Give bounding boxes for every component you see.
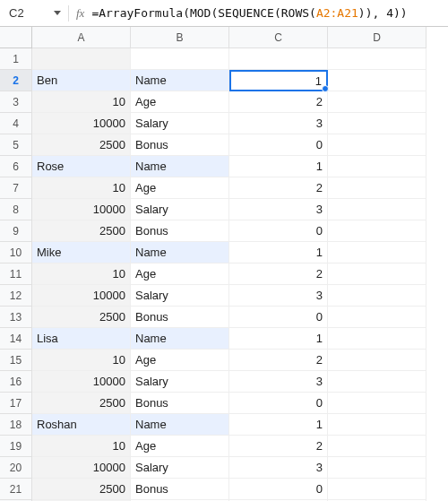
cell[interactable]: Age bbox=[131, 263, 229, 285]
cell[interactable]: 10 bbox=[32, 177, 131, 199]
cell[interactable]: 2500 bbox=[32, 393, 131, 414]
row-header[interactable]: 15 bbox=[0, 350, 32, 371]
cell[interactable]: 2500 bbox=[32, 307, 131, 328]
cell[interactable]: 2500 bbox=[32, 479, 131, 500]
row-header[interactable]: 13 bbox=[0, 307, 32, 328]
fx-icon[interactable]: fx bbox=[76, 6, 84, 21]
cell[interactable] bbox=[131, 48, 229, 70]
cell[interactable]: Mike bbox=[32, 242, 131, 263]
row-header[interactable]: 9 bbox=[0, 220, 32, 242]
row-header[interactable]: 2 bbox=[0, 70, 32, 91]
cell[interactable]: Name bbox=[131, 156, 229, 177]
cell[interactable] bbox=[328, 285, 426, 307]
cell[interactable]: Salary bbox=[131, 371, 229, 393]
cell[interactable] bbox=[328, 220, 426, 242]
cell[interactable] bbox=[328, 91, 426, 113]
cell[interactable] bbox=[328, 436, 426, 457]
cell[interactable]: 10000 bbox=[32, 285, 131, 307]
cell[interactable]: 2500 bbox=[32, 134, 131, 156]
cell[interactable] bbox=[328, 48, 426, 70]
row-header[interactable]: 10 bbox=[0, 242, 32, 263]
cell[interactable] bbox=[328, 307, 426, 328]
select-all-corner[interactable] bbox=[0, 27, 32, 48]
column-header-d[interactable]: D bbox=[328, 27, 426, 48]
cell[interactable] bbox=[328, 371, 426, 393]
row-header[interactable]: 5 bbox=[0, 134, 32, 156]
cell[interactable]: Rose bbox=[32, 156, 131, 177]
cell[interactable] bbox=[328, 134, 426, 156]
cell[interactable]: Name bbox=[131, 70, 229, 91]
cell[interactable]: 10000 bbox=[32, 457, 131, 479]
cell[interactable]: 0 bbox=[229, 479, 328, 500]
cell[interactable]: Bonus bbox=[131, 393, 229, 414]
cell[interactable] bbox=[328, 199, 426, 220]
cell[interactable] bbox=[328, 242, 426, 263]
row-header[interactable]: 12 bbox=[0, 285, 32, 307]
cell[interactable]: 3 bbox=[229, 285, 328, 307]
cell[interactable]: 0 bbox=[229, 307, 328, 328]
cell[interactable]: 10 bbox=[32, 91, 131, 113]
selected-cell[interactable]: 1 bbox=[229, 70, 328, 91]
column-header-c[interactable]: C bbox=[229, 27, 328, 48]
cell[interactable] bbox=[229, 48, 328, 70]
cell[interactable]: 10 bbox=[32, 350, 131, 371]
cell[interactable]: 10 bbox=[32, 436, 131, 457]
cell[interactable]: Salary bbox=[131, 457, 229, 479]
cell[interactable]: Name bbox=[131, 328, 229, 350]
row-header[interactable]: 8 bbox=[0, 199, 32, 220]
row-header[interactable]: 1 bbox=[0, 48, 32, 70]
cell[interactable]: Lisa bbox=[32, 328, 131, 350]
cell[interactable]: Name bbox=[131, 414, 229, 436]
row-header[interactable]: 18 bbox=[0, 414, 32, 436]
cell[interactable]: Salary bbox=[131, 113, 229, 134]
row-header[interactable]: 11 bbox=[0, 263, 32, 285]
spreadsheet-grid[interactable]: ABCD12BenName1310Age2410000Salary352500B… bbox=[0, 27, 448, 501]
cell[interactable]: Ben bbox=[32, 70, 131, 91]
cell[interactable] bbox=[328, 177, 426, 199]
cell[interactable] bbox=[328, 328, 426, 350]
cell[interactable] bbox=[328, 70, 426, 91]
row-header[interactable]: 21 bbox=[0, 479, 32, 500]
cell[interactable]: Age bbox=[131, 436, 229, 457]
cell[interactable]: 2 bbox=[229, 263, 328, 285]
cell[interactable] bbox=[328, 479, 426, 500]
cell[interactable]: 2 bbox=[229, 436, 328, 457]
cell[interactable]: Bonus bbox=[131, 220, 229, 242]
row-header[interactable]: 19 bbox=[0, 436, 32, 457]
name-box[interactable]: C2 bbox=[5, 6, 48, 20]
cell[interactable]: Bonus bbox=[131, 307, 229, 328]
cell[interactable] bbox=[328, 457, 426, 479]
row-header[interactable]: 3 bbox=[0, 91, 32, 113]
cell[interactable] bbox=[328, 393, 426, 414]
cell[interactable] bbox=[328, 113, 426, 134]
cell[interactable]: 2500 bbox=[32, 220, 131, 242]
row-header[interactable]: 20 bbox=[0, 457, 32, 479]
formula-input[interactable]: =ArrayFormula(MOD(SEQUENCE(ROWS(A2:A21))… bbox=[91, 6, 407, 20]
cell[interactable]: Salary bbox=[131, 285, 229, 307]
chevron-down-icon[interactable] bbox=[54, 11, 61, 15]
cell[interactable] bbox=[328, 263, 426, 285]
cell[interactable]: 0 bbox=[229, 393, 328, 414]
cell[interactable]: Age bbox=[131, 177, 229, 199]
cell[interactable]: 10000 bbox=[32, 371, 131, 393]
cell[interactable]: 1 bbox=[229, 156, 328, 177]
cell[interactable] bbox=[328, 156, 426, 177]
cell[interactable]: Age bbox=[131, 91, 229, 113]
column-header-a[interactable]: A bbox=[32, 27, 131, 48]
cell[interactable]: 3 bbox=[229, 371, 328, 393]
cell[interactable]: 2 bbox=[229, 177, 328, 199]
row-header[interactable]: 4 bbox=[0, 113, 32, 134]
cell[interactable]: 10000 bbox=[32, 113, 131, 134]
cell[interactable] bbox=[328, 414, 426, 436]
row-header[interactable]: 6 bbox=[0, 156, 32, 177]
cell[interactable]: 1 bbox=[229, 414, 328, 436]
cell[interactable]: Age bbox=[131, 350, 229, 371]
cell[interactable]: Bonus bbox=[131, 134, 229, 156]
cell[interactable]: 3 bbox=[229, 199, 328, 220]
row-header[interactable]: 16 bbox=[0, 371, 32, 393]
cell[interactable]: 0 bbox=[229, 134, 328, 156]
cell[interactable]: 1 bbox=[229, 242, 328, 263]
cell[interactable] bbox=[328, 350, 426, 371]
cell[interactable]: Roshan bbox=[32, 414, 131, 436]
row-header[interactable]: 7 bbox=[0, 177, 32, 199]
